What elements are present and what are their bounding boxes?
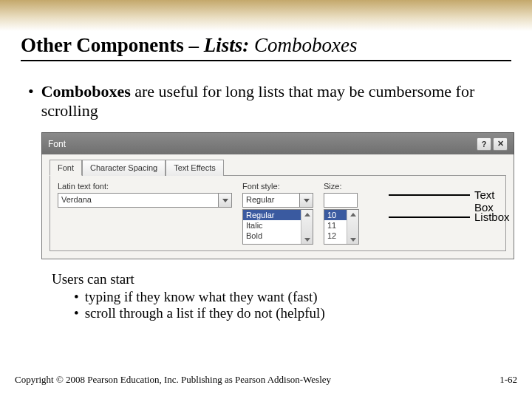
title-part1: Other Components – bbox=[21, 34, 204, 56]
size-textbox[interactable]: 10 bbox=[324, 193, 368, 208]
label-font-style: Font style: bbox=[242, 182, 280, 191]
list-item[interactable]: 12 bbox=[324, 231, 347, 241]
close-button[interactable]: ✕ bbox=[493, 137, 508, 151]
bullet-dot-icon: • bbox=[74, 289, 79, 305]
lower-item: typing if they know what they want (fast… bbox=[85, 289, 318, 305]
font-style-combobox[interactable]: Regular bbox=[242, 193, 324, 208]
scroll-down-button[interactable] bbox=[301, 235, 313, 244]
tab-charspacing-label: Character Spacing bbox=[90, 163, 157, 172]
tab-character-spacing[interactable]: Character Spacing bbox=[82, 160, 166, 176]
bullet-bold: Comboboxes bbox=[41, 82, 131, 100]
title-underline bbox=[21, 60, 511, 61]
chevron-down-icon bbox=[222, 199, 228, 202]
chevron-down-icon bbox=[304, 199, 310, 202]
slide-top-gradient bbox=[0, 0, 532, 31]
bullet-dot-icon: • bbox=[74, 305, 79, 321]
lower-bullets: •typing if they know what they want (fas… bbox=[74, 289, 511, 321]
scroll-up-button[interactable] bbox=[347, 210, 358, 219]
list-item[interactable]: 10 bbox=[324, 210, 347, 220]
font-style-listbox[interactable]: Regular Italic Bold bbox=[242, 209, 313, 245]
footer-page-number: 1-62 bbox=[499, 374, 517, 386]
help-button[interactable]: ? bbox=[477, 137, 491, 151]
label-latin-font: Latin text font: bbox=[58, 182, 109, 191]
callout-label-listbox: Listbox bbox=[474, 211, 510, 223]
close-icon: ✕ bbox=[497, 139, 504, 149]
list-item[interactable]: Italic bbox=[243, 220, 301, 231]
size-input[interactable]: 10 bbox=[324, 193, 358, 208]
tab-font-label: Font bbox=[58, 163, 74, 172]
footer-copyright: Copyright © 2008 Pearson Education, Inc.… bbox=[15, 374, 331, 386]
list-item[interactable]: Regular bbox=[243, 210, 301, 220]
scrollbar[interactable] bbox=[347, 210, 358, 244]
chevron-down-icon bbox=[350, 238, 356, 242]
tab-strip: Font Character Spacing Text Effects bbox=[50, 159, 506, 175]
main-bullet: • Comboboxes are useful for long lists t… bbox=[28, 82, 511, 120]
scrollbar[interactable] bbox=[301, 210, 313, 244]
tab-panel-font: Latin text font: Font style: Size: Verda… bbox=[50, 175, 506, 251]
list-item[interactable]: Bold bbox=[243, 231, 301, 241]
title-part2: Lists: bbox=[204, 34, 250, 56]
size-listbox[interactable]: 10 11 12 bbox=[324, 209, 359, 245]
label-size: Size: bbox=[324, 182, 341, 191]
lower-item: scroll through a list if they do not (he… bbox=[85, 305, 325, 321]
latin-font-combobox[interactable]: Verdana bbox=[58, 193, 242, 208]
callout-line-listbox bbox=[389, 216, 470, 218]
slide-title: Other Components – Lists: Comboboxes bbox=[21, 34, 511, 57]
chevron-down-icon bbox=[304, 238, 310, 242]
latin-font-input[interactable]: Verdana bbox=[58, 193, 219, 208]
dialog-title-text: Font bbox=[48, 139, 66, 149]
tab-text-effects[interactable]: Text Effects bbox=[166, 160, 224, 176]
list-item[interactable]: 11 bbox=[324, 220, 347, 231]
font-dialog: Font ? ✕ Font Character Spacing Text Eff… bbox=[41, 132, 514, 259]
lower-lead: Users can start bbox=[52, 271, 511, 287]
font-style-input[interactable]: Regular bbox=[242, 193, 300, 208]
callout-label-textbox: Text Box bbox=[474, 188, 514, 214]
dialog-titlebar[interactable]: Font ? ✕ bbox=[41, 132, 514, 154]
tab-font[interactable]: Font bbox=[50, 160, 82, 176]
bullet-dot-icon: • bbox=[28, 82, 34, 120]
chevron-up-icon bbox=[304, 213, 310, 216]
help-icon: ? bbox=[482, 140, 487, 149]
scroll-down-button[interactable] bbox=[347, 235, 358, 244]
title-part3: Comboboxes bbox=[249, 34, 357, 56]
font-style-dropdown-button[interactable] bbox=[300, 193, 313, 208]
latin-font-dropdown-button[interactable] bbox=[219, 193, 232, 208]
tab-texteffects-label: Text Effects bbox=[174, 163, 216, 172]
callout-line-textbox bbox=[389, 194, 470, 196]
chevron-up-icon bbox=[350, 213, 356, 216]
scroll-up-button[interactable] bbox=[301, 210, 313, 219]
